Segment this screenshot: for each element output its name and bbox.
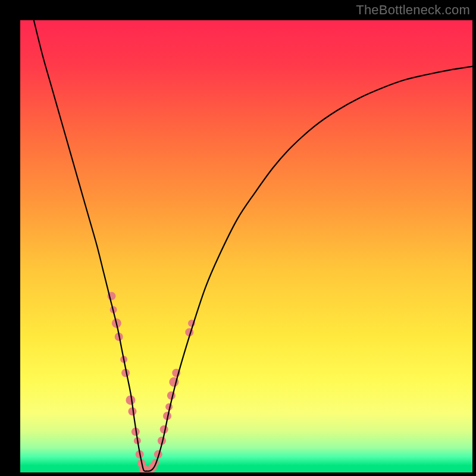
watermark-text: TheBottleneck.com xyxy=(356,2,470,18)
marker-group xyxy=(108,292,196,472)
curve-layer xyxy=(20,20,472,472)
chart-frame: TheBottleneck.com xyxy=(0,0,476,476)
bottleneck-curve xyxy=(34,20,472,471)
data-point xyxy=(167,392,176,400)
plot-area xyxy=(20,20,472,472)
